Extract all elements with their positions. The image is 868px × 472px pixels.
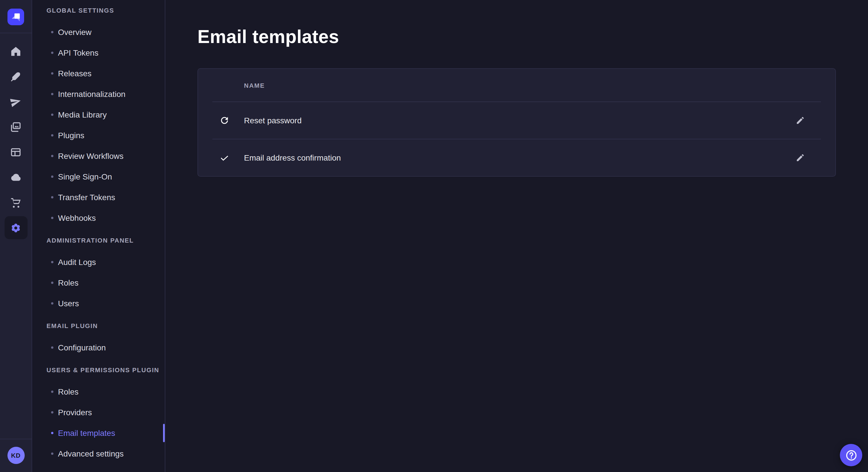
bullet-icon [51,281,53,284]
template-name: Email address confirmation [244,153,341,162]
media-library-icon[interactable] [4,115,27,138]
bullet-icon [51,31,53,33]
subnav-item-advanced-settings[interactable]: Advanced settings [32,443,165,464]
feather-icon[interactable] [4,65,27,88]
table-header-row: NAME [198,69,835,102]
subnav-item-webhooks[interactable]: Webhooks [32,208,165,228]
app-window: KD GLOBAL SETTINGS Overview API Tokens R… [0,0,868,472]
bullet-icon [51,155,53,157]
pencil-icon [796,116,805,125]
settings-gear-icon[interactable] [4,216,27,239]
page-title: Email templates [197,26,868,47]
cart-icon[interactable] [4,191,27,214]
table-row-reset-password[interactable]: Reset password [198,102,835,139]
main-content: Email templates NAME Reset password [165,0,868,472]
bullet-icon [51,217,53,219]
subnav-item-single-sign-on[interactable]: Single Sign-On [32,166,165,187]
edit-reset-password-button[interactable] [794,113,807,127]
subnav-item-admin-users[interactable]: Users [32,293,165,314]
user-avatar[interactable]: KD [7,447,24,464]
bullet-icon [51,196,53,198]
settings-subnav: GLOBAL SETTINGS Overview API Tokens Rele… [32,0,165,472]
subnav-item-audit-logs[interactable]: Audit Logs [32,252,165,272]
edit-email-confirmation-button[interactable] [794,151,807,165]
column-header-name: NAME [244,82,265,89]
bullet-icon [51,261,53,263]
bullet-icon [51,52,53,54]
help-button[interactable] [840,444,862,466]
section-label-administration-panel: ADMINISTRATION PANEL [46,237,165,244]
section-label-global-settings: GLOBAL SETTINGS [46,7,165,14]
strapi-logo-icon [9,10,22,24]
subnav-item-up-roles[interactable]: Roles [32,381,165,402]
subnav-item-email-templates[interactable]: Email templates [32,423,165,443]
email-templates-table: NAME Reset password Email address confir… [197,68,836,177]
subnav-item-overview[interactable]: Overview [32,22,165,42]
section-label-users-permissions-plugin: USERS & PERMISSIONS PLUGIN [46,367,165,373]
layout-icon[interactable] [4,140,27,164]
strapi-logo[interactable] [7,9,24,25]
table-row-email-address-confirmation[interactable]: Email address confirmation [198,139,835,176]
bullet-icon [51,391,53,393]
subnav-item-providers[interactable]: Providers [32,402,165,423]
subnav-item-media-library[interactable]: Media Library [32,104,165,125]
icon-rail: KD [0,0,32,472]
bullet-icon [51,302,53,305]
subnav-item-transfer-tokens[interactable]: Transfer Tokens [32,187,165,208]
bullet-icon [51,411,53,413]
rail-divider [0,33,32,33]
cloud-icon[interactable] [4,166,27,189]
bullet-icon [51,452,53,455]
bullet-icon [51,93,53,95]
subnav-item-review-workflows[interactable]: Review Workflows [32,146,165,166]
bullet-icon [51,113,53,116]
bullet-icon [51,134,53,136]
subnav-item-admin-roles[interactable]: Roles [32,272,165,293]
subnav-item-releases[interactable]: Releases [32,63,165,84]
subnav-item-api-tokens[interactable]: API Tokens [32,42,165,63]
bullet-icon [51,432,53,434]
rail-bottom-divider [0,439,32,439]
section-label-email-plugin: EMAIL PLUGIN [46,322,165,329]
bullet-icon [51,72,53,74]
question-mark-icon [844,448,858,462]
subnav-item-internationalization[interactable]: Internationalization [32,84,165,104]
bullet-icon [51,346,53,349]
subnav-item-email-configuration[interactable]: Configuration [32,337,165,358]
send-icon[interactable] [4,90,27,113]
pencil-icon [796,153,805,162]
active-item-indicator [163,424,165,442]
home-icon[interactable] [4,40,27,63]
subnav-item-plugins[interactable]: Plugins [32,125,165,146]
refresh-icon [219,115,229,126]
check-icon [219,153,229,163]
bullet-icon [51,175,53,178]
template-name: Reset password [244,116,302,125]
